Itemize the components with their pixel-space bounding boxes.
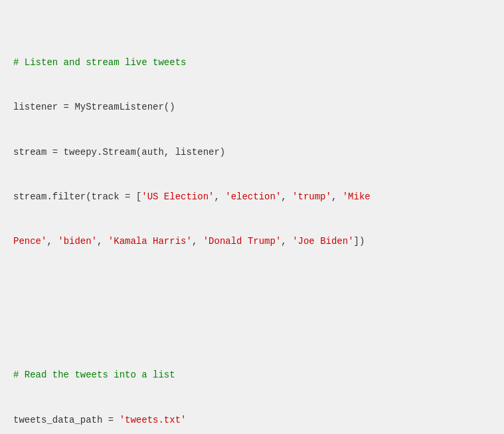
line-9: tweets_data_path = 'tweets.txt': [13, 413, 491, 427]
code-text: stream.filter(track = ['US Election', 'e…: [13, 191, 371, 202]
code-text: ,: [281, 236, 292, 247]
code-text: ]): [354, 236, 365, 247]
code-text: 'Donald Trump': [203, 236, 282, 247]
code-text: ,: [192, 236, 203, 247]
code-text: stream = tweepy.Stream(auth, listener): [13, 147, 225, 158]
code-text: ,: [97, 236, 108, 247]
code-text: 'Kamala Harris': [108, 236, 192, 247]
code-block: # Listen and stream live tweets listener…: [13, 11, 491, 434]
code-text: listener = MyStreamListener(): [13, 102, 175, 112]
line-3: stream = tweepy.Stream(auth, listener): [13, 145, 491, 160]
comment: # Listen and stream live tweets: [13, 57, 186, 68]
line-8: # Read the tweets into a list: [13, 368, 491, 382]
code-text: 'Joe Biden': [292, 236, 353, 247]
line-4: stream.filter(track = ['US Election', 'e…: [13, 189, 491, 204]
line-6: [13, 278, 491, 293]
code-text: Pence': [13, 236, 46, 247]
line-5: Pence', 'biden', 'Kamala Harris', 'Donal…: [13, 234, 491, 249]
line-7: [13, 323, 491, 338]
code-text: 'biden': [58, 236, 97, 247]
line-2: listener = MyStreamListener(): [13, 100, 491, 114]
line-1: # Listen and stream live tweets: [13, 55, 491, 70]
code-text: tweets_data_path = 'tweets.txt': [13, 415, 186, 425]
code-text: ,: [46, 236, 58, 247]
code-container: # Listen and stream live tweets listener…: [0, 0, 504, 434]
comment: # Read the tweets into a list: [13, 370, 175, 380]
